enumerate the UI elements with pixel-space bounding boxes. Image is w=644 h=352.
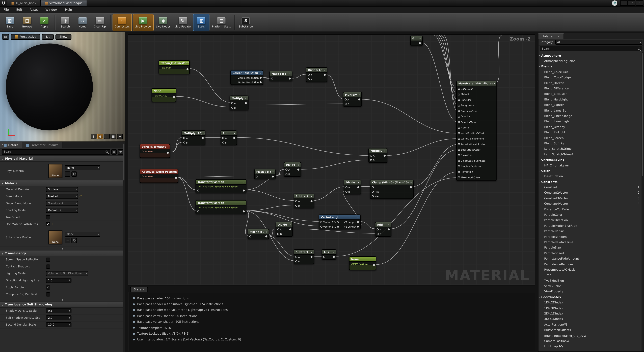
palette-item-blend-hardlight[interactable]: Blend_HardLight bbox=[538, 97, 644, 102]
output-pin[interactable] bbox=[272, 176, 274, 177]
node-transform-position-1[interactable]: TransformPosition▾Absolute World Space t… bbox=[196, 179, 246, 193]
input-pin[interactable] bbox=[197, 210, 199, 212]
input-pin[interactable] bbox=[370, 159, 372, 161]
input-pin[interactable] bbox=[458, 149, 460, 151]
window-tab-vrmmtoonbaseopaque[interactable]: VrmMToonBaseOpaque bbox=[41, 0, 87, 6]
output-pin[interactable] bbox=[333, 256, 335, 258]
output-pin[interactable] bbox=[357, 221, 359, 223]
palette-search-input[interactable]: Search bbox=[540, 46, 642, 51]
input-pin[interactable] bbox=[286, 169, 288, 171]
checkbox-use-material-attributes[interactable]: ✓ bbox=[46, 222, 50, 226]
input-pin[interactable] bbox=[295, 200, 297, 202]
node-screenresolution[interactable]: ScreenResolution▾Visible ResolutionBuffe… bbox=[230, 70, 263, 85]
palette-item-blend-colordodge[interactable]: Blend_ColorDodge bbox=[538, 75, 644, 80]
palette-item-constant[interactable]: Constant1 bbox=[538, 185, 644, 190]
input-pin[interactable] bbox=[277, 228, 279, 230]
node-divide-b[interactable]: Divide▾AB bbox=[344, 180, 361, 194]
viewport-options-button[interactable]: ▦ bbox=[2, 34, 9, 40]
input-pin[interactable] bbox=[308, 78, 310, 80]
palette-item-2dto1dindex[interactable]: 2Dto1DIndex bbox=[538, 311, 644, 317]
preview-shape-plane-button[interactable]: ▭ bbox=[104, 134, 110, 139]
input-pin[interactable] bbox=[345, 98, 347, 100]
palette-item-lightmapuvs[interactable]: LightmapUVs bbox=[538, 344, 644, 350]
output-pin[interactable] bbox=[419, 42, 421, 44]
checkbox-two-sided[interactable] bbox=[46, 215, 50, 219]
checkbox-contact-shadows[interactable] bbox=[46, 265, 50, 269]
eye-icon[interactable]: ◉ bbox=[118, 149, 123, 154]
section-header-translucency[interactable]: ▾Translucency bbox=[0, 251, 125, 256]
input-pin[interactable] bbox=[346, 186, 348, 188]
toolbar-button-save[interactable]: ▦Save bbox=[2, 14, 18, 31]
palette-item-camerapositionws[interactable]: CameraPositionWS bbox=[538, 339, 644, 344]
close-button[interactable]: ✕ bbox=[636, 0, 643, 6]
reset-to-default-icon[interactable]: ↺ bbox=[51, 223, 54, 226]
toolbar-button-clean-up[interactable]: ▭Clean Up bbox=[92, 14, 108, 31]
input-pin[interactable] bbox=[372, 191, 374, 193]
palette-item-mf-chromakeyer[interactable]: MF_Chromakeyer bbox=[538, 163, 644, 168]
input-pin[interactable] bbox=[458, 176, 460, 178]
palette-section-coordinates[interactable]: ▾Coordinates bbox=[538, 295, 644, 300]
section-header-physical-material[interactable]: ▾Physical Material bbox=[0, 156, 125, 162]
input-pin[interactable] bbox=[222, 142, 224, 144]
toolbar-button-live-update[interactable]: ↻Live Update bbox=[173, 14, 192, 31]
toolbar-button-platform-stats[interactable]: ▤Platform Stats bbox=[210, 14, 232, 31]
input-pin[interactable] bbox=[271, 78, 273, 80]
node-multiply-b[interactable]: Multiply▾AB bbox=[343, 92, 362, 107]
input-pin[interactable] bbox=[256, 176, 258, 177]
palette-item-blend-overlay[interactable]: Blend_Overlay bbox=[538, 124, 644, 130]
magnifier-icon[interactable] bbox=[72, 171, 77, 176]
restore-button[interactable]: ▢ bbox=[628, 0, 635, 6]
node-mask-b2[interactable]: Mask ( B )▾ bbox=[248, 229, 269, 239]
palette-item-boundingboxbased-0-1-uvw[interactable]: BoundingBoxBased_0-1_UVW bbox=[538, 333, 644, 339]
input-pin[interactable] bbox=[458, 160, 460, 162]
window-tab-m-alicia-body[interactable]: M_Alicia_body bbox=[8, 0, 41, 6]
input-pin[interactable] bbox=[458, 166, 460, 168]
output-pin[interactable] bbox=[388, 228, 390, 230]
output-pin[interactable] bbox=[175, 177, 177, 179]
input-pin[interactable] bbox=[183, 137, 185, 139]
toolbar-button-live-preview[interactable]: ▶Live Preview bbox=[133, 14, 154, 31]
input-pin[interactable] bbox=[320, 221, 322, 223]
output-pin[interactable] bbox=[324, 74, 326, 76]
output-pin[interactable] bbox=[167, 152, 169, 154]
spinner-icon[interactable]: ▲▼ bbox=[69, 310, 70, 312]
number-input-shadow-density-scale[interactable]: 0.5▲▼ bbox=[46, 309, 72, 313]
palette-item-1dto2dindex[interactable]: 1Dto2DIndex bbox=[538, 300, 644, 306]
preview-shape-cylinder-button[interactable]: ▮ bbox=[91, 134, 96, 139]
node-abs[interactable]: Abs▾ bbox=[322, 249, 336, 260]
node-make-material-attributes[interactable]: MakeMaterialAttributes▾BaseColorMetallic… bbox=[456, 81, 496, 180]
preview-shape-sphere-button[interactable]: ● bbox=[97, 134, 103, 139]
menu-item-file[interactable]: File bbox=[0, 8, 12, 11]
palette-item-constant4vector[interactable]: Constant4Vector4 bbox=[538, 201, 644, 207]
input-pin[interactable] bbox=[458, 132, 460, 134]
node-vector-length[interactable]: VectorLength▾Vector 2 (V2)V2 LengthVecto… bbox=[319, 214, 360, 229]
node-mtoon-outlinewidth[interactable]: mtoon_OutlineWidthParam (0) bbox=[158, 60, 190, 74]
palette-item-blend-screen[interactable]: Blend_Screen bbox=[538, 135, 644, 141]
input-pin[interactable] bbox=[458, 171, 460, 173]
input-pin[interactable] bbox=[323, 256, 325, 258]
category-select[interactable]: All bbox=[555, 39, 642, 44]
input-pin[interactable] bbox=[320, 226, 322, 228]
select-lighting-mode[interactable]: Volumetric NonDirectional bbox=[46, 271, 88, 276]
palette-section-constants[interactable]: ▾Constants bbox=[538, 179, 644, 185]
palette-section-color[interactable]: ▾Color bbox=[538, 168, 644, 174]
output-pin[interactable] bbox=[245, 102, 247, 104]
toolbar-button-browse[interactable]: ◫Browse bbox=[19, 14, 36, 31]
palette-item-constant3vector[interactable]: Constant3Vector3 bbox=[538, 196, 644, 201]
arrow-left-icon[interactable]: ← bbox=[65, 238, 70, 243]
node-mask-r[interactable]: Mask ( R )▾ bbox=[270, 71, 292, 81]
toolbar-button-search[interactable]: ◎Search bbox=[57, 14, 74, 31]
menu-item-window[interactable]: Window bbox=[42, 8, 62, 11]
input-pin[interactable] bbox=[250, 235, 252, 237]
checkbox-compute-fog-per-pixel[interactable] bbox=[46, 292, 50, 296]
output-pin[interactable] bbox=[233, 137, 235, 139]
palette-item-blend-linearlight[interactable]: Blend_LinearLight bbox=[538, 119, 644, 124]
palette-item-1dto3dindex[interactable]: 1Dto3DIndex bbox=[538, 306, 644, 311]
output-pin[interactable] bbox=[357, 226, 359, 228]
input-pin[interactable] bbox=[277, 233, 279, 235]
palette-item-lerp-scratchgrime2[interactable]: Lerp_ScratchGrime2 bbox=[538, 152, 644, 157]
number-input-directional-lighting-inten[interactable]: 1.0▲▼ bbox=[46, 278, 72, 283]
input-pin[interactable] bbox=[183, 142, 185, 144]
preview-viewport[interactable]: ▦PerspectiveLitShow ▮●▭■◆ bbox=[0, 32, 125, 142]
input-pin[interactable] bbox=[458, 88, 460, 90]
